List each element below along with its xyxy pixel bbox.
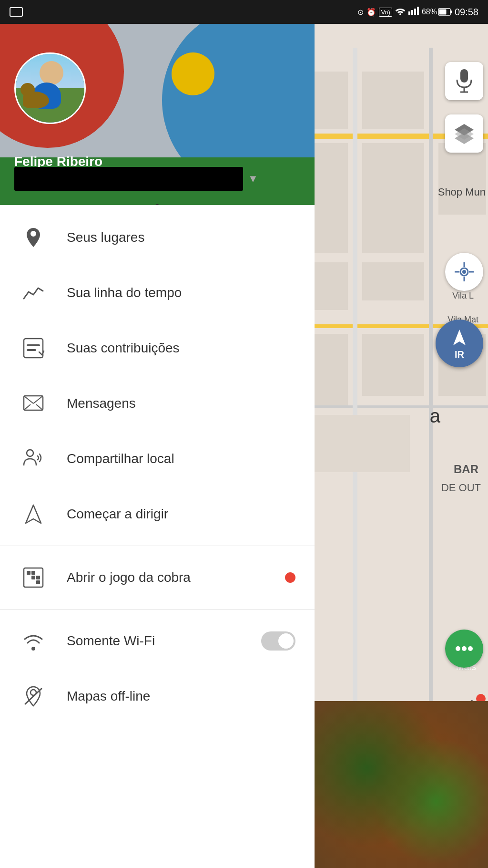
messages-icon [19, 389, 48, 418]
svg-rect-22 [24, 339, 43, 358]
avatar-image [16, 54, 84, 123]
location-button[interactable] [445, 253, 483, 291]
wifi-status-icon [395, 7, 406, 17]
user-email-bar [14, 167, 243, 191]
svg-rect-33 [31, 571, 35, 575]
map-grid: Shop Mun Táx Vila L Vila Mat IR [315, 48, 488, 868]
alarm-status-icon: ⏰ [366, 8, 376, 17]
svg-point-21 [468, 646, 473, 651]
svg-point-37 [31, 647, 35, 651]
volte-status-icon: Vo) [379, 8, 392, 17]
svg-point-20 [462, 646, 467, 651]
svg-line-29 [36, 404, 43, 410]
driving-icon [19, 500, 48, 528]
menu-item-somente-wifi[interactable]: Somente Wi-Fi [0, 613, 315, 669]
map-block [362, 262, 424, 300]
navigate-button[interactable]: IR [436, 320, 483, 367]
svg-rect-35 [36, 576, 40, 579]
header-circle-yellow [172, 52, 214, 95]
comecar-dirigir-label: Começar a dirigir [67, 506, 168, 522]
snake-game-badge [285, 572, 295, 583]
svg-line-27 [33, 396, 43, 403]
svg-rect-5 [450, 10, 452, 13]
svg-rect-36 [36, 580, 40, 584]
svg-rect-7 [460, 69, 468, 83]
de-out-label: DE OUT [441, 482, 481, 494]
wifi-toggle-thumb [278, 633, 294, 649]
svg-rect-3 [417, 7, 419, 15]
menu-item-mapas-offline[interactable]: Mapas off-line [0, 669, 315, 724]
map-block [362, 334, 424, 396]
map-block [315, 334, 348, 405]
layers-button[interactable] [445, 114, 483, 153]
navigate-label: IR [455, 349, 464, 360]
menu-item-linha-tempo[interactable]: Sua linha do tempo [0, 265, 315, 320]
svg-rect-0 [408, 11, 410, 15]
contribuicoes-label: Suas contribuições [67, 341, 180, 356]
battery-percent: 68% [422, 8, 437, 16]
map-block [438, 143, 486, 215]
menu-item-contribuicoes[interactable]: Suas contribuições [0, 320, 315, 376]
navigation-drawer: Felipe Ribeiro ▼ Seus lugares Sua linha … [0, 24, 315, 868]
status-time: 09:58 [455, 7, 478, 18]
contributions-icon [19, 334, 48, 362]
svg-rect-24 [27, 349, 36, 351]
svg-line-26 [24, 396, 33, 403]
svg-point-30 [27, 450, 33, 456]
svg-point-18 [462, 270, 466, 274]
wifi-icon [19, 627, 48, 655]
mapas-offline-label: Mapas off-line [67, 689, 150, 704]
bar-label: BAR [454, 463, 478, 476]
mensagens-label: Mensagens [67, 396, 136, 411]
mic-button[interactable] [445, 62, 483, 100]
signal-status-icon [408, 7, 419, 17]
svg-line-28 [24, 404, 30, 410]
svg-rect-32 [27, 571, 30, 575]
svg-rect-6 [439, 10, 446, 15]
menu-item-compartilhar-local[interactable]: Compartilhar local [0, 431, 315, 486]
food-image [315, 701, 488, 868]
menu-divider-2 [0, 609, 315, 610]
timeline-icon [19, 279, 48, 307]
map-road [315, 405, 488, 408]
shop-mun-label: Shop Mun [438, 186, 486, 198]
svg-rect-1 [411, 10, 413, 15]
map-block [315, 143, 348, 253]
wifi-toggle[interactable] [261, 631, 295, 651]
svg-rect-23 [27, 344, 40, 346]
map-block [362, 72, 424, 129]
somente-wifi-label: Somente Wi-Fi [67, 633, 155, 649]
drawer-header: Felipe Ribeiro ▼ [0, 24, 315, 205]
svg-point-19 [456, 646, 460, 651]
seus-lugares-label: Seus lugares [67, 230, 144, 245]
menu-item-mensagens[interactable]: Mensagens [0, 376, 315, 431]
snake-game-icon [19, 563, 48, 592]
screen-icon [10, 7, 23, 17]
jogo-cobra-label: Abrir o jogo da cobra [67, 570, 191, 585]
battery-status: 68% [422, 8, 452, 16]
share-location-icon [19, 444, 48, 473]
menu-item-seus-lugares[interactable]: Seus lugares [0, 210, 315, 265]
map-block [315, 72, 348, 129]
status-bar-right: ⊙ ⏰ Vo) 68% 09:58 [357, 7, 478, 18]
a-label: a [430, 405, 440, 427]
status-bar-left [10, 7, 23, 17]
compartilhar-local-label: Compartilhar local [67, 451, 174, 466]
location-status-icon: ⊙ [357, 8, 364, 17]
map-block [315, 262, 348, 310]
svg-rect-34 [31, 576, 35, 579]
offline-maps-icon [19, 682, 48, 711]
avatar[interactable] [14, 52, 86, 124]
location-pin-icon [19, 223, 48, 252]
dropdown-arrow-icon[interactable]: ▼ [248, 173, 258, 185]
menu-list: Seus lugares Sua linha do tempo Suas [0, 205, 315, 868]
svg-rect-2 [414, 9, 416, 15]
menu-item-comecar-dirigir[interactable]: Começar a dirigir [0, 486, 315, 542]
menu-item-jogo-cobra[interactable]: Abrir o jogo da cobra [0, 550, 315, 605]
more-button[interactable] [445, 630, 483, 668]
map-block [315, 415, 410, 472]
map-block [362, 143, 424, 253]
status-bar: ⊙ ⏰ Vo) 68% 09:58 [0, 0, 488, 24]
menu-divider-1 [0, 546, 315, 546]
vila-l-label: Vila L [452, 291, 474, 301]
